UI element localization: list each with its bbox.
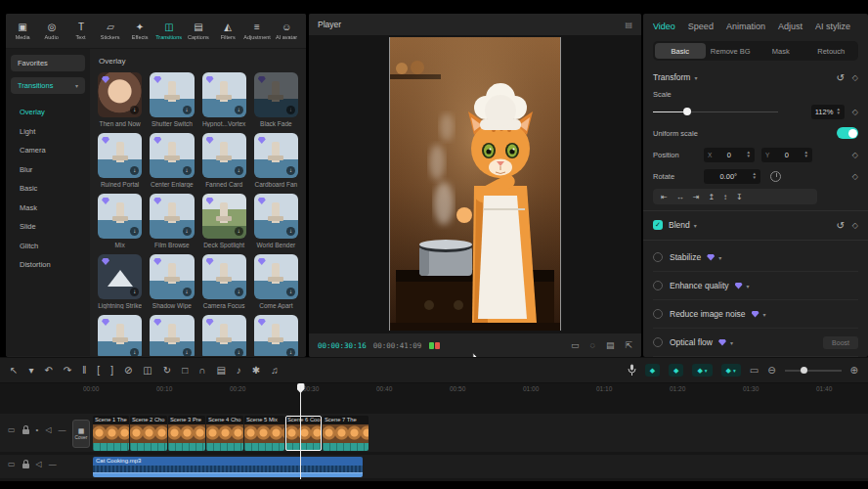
transition-tile[interactable]: ↓ Fanned Card: [202, 133, 246, 188]
focus-preview-icon[interactable]: ◌: [590, 340, 595, 350]
timeline-clip[interactable]: Scene 5 Mix: [244, 416, 284, 451]
keyframe-toggle-1[interactable]: ◆: [645, 364, 660, 377]
transition-tile[interactable]: ↓ Center Enlarge: [150, 133, 194, 188]
download-icon[interactable]: ↓: [235, 227, 243, 236]
transition-tile[interactable]: ↓ Shutter Switch: [150, 72, 194, 127]
track-option-icon[interactable]: •: [36, 425, 39, 434]
download-icon[interactable]: ↓: [235, 106, 243, 114]
audio-clip[interactable]: Cat Cooking.mp3: [93, 457, 363, 477]
inspector-subtab[interactable]: Retouch: [806, 43, 857, 59]
zoom-in-icon[interactable]: ⊕: [850, 365, 858, 376]
boost-button[interactable]: Boost: [823, 336, 858, 349]
stepper-arrows-icon[interactable]: ▲▼: [753, 172, 757, 180]
download-icon[interactable]: ↓: [286, 227, 295, 236]
undo-icon[interactable]: ↶: [44, 365, 52, 377]
chevron-down-icon[interactable]: ▾: [763, 311, 766, 318]
ratio-icon[interactable]: ▤: [606, 340, 615, 350]
download-icon[interactable]: ↓: [130, 106, 139, 114]
mirror-icon[interactable]: ◫: [143, 365, 152, 377]
rotate-stepper[interactable]: 0.00° ▲▼: [704, 169, 760, 184]
download-icon[interactable]: ↓: [286, 166, 295, 175]
select-tool-icon[interactable]: ↖: [10, 365, 18, 377]
inspector-subtab[interactable]: Mask: [756, 43, 806, 59]
align-icon[interactable]: ⇥: [693, 193, 700, 201]
sidebar-category-item[interactable]: Blur: [11, 160, 85, 180]
track-mute-icon[interactable]: ◁: [36, 460, 42, 468]
align-icon[interactable]: ↧: [736, 193, 743, 201]
transition-tile[interactable]: ↓ Then and Now: [98, 72, 142, 127]
rotate-icon[interactable]: ↻: [163, 365, 171, 377]
timeline-clip[interactable]: Scene 1 The: [93, 416, 129, 451]
transition-tile[interactable]: ↓ Deck Spotlight: [202, 194, 246, 248]
blend-checkbox[interactable]: ✓: [653, 220, 663, 230]
mute-icon[interactable]: ♪: [237, 365, 241, 377]
align-icon[interactable]: ↔: [676, 193, 684, 201]
cover-button[interactable]: ▦ Cover: [72, 420, 90, 448]
transitions-group-button[interactable]: Transitions ▾: [11, 77, 85, 94]
sidebar-category-item[interactable]: Overlay: [11, 103, 85, 122]
chevron-down-icon[interactable]: ▾: [747, 283, 750, 289]
scale-stepper[interactable]: 112% ▲▼: [811, 105, 845, 119]
media-toolbar-item[interactable]: ◭ Filters: [213, 22, 242, 40]
crop-icon[interactable]: □: [182, 365, 188, 377]
track-mute-icon[interactable]: ◁: [45, 425, 51, 434]
download-icon[interactable]: ↓: [286, 288, 295, 296]
timeline-clip[interactable]: Scene 6 Coo: [285, 416, 322, 451]
section-checkbox[interactable]: [653, 252, 663, 262]
timeline-clip[interactable]: Scene 4 Cho: [206, 416, 243, 451]
sidebar-category-item[interactable]: Slide: [11, 217, 85, 237]
section-checkbox[interactable]: [653, 337, 663, 347]
align-icon[interactable]: ↥: [708, 193, 715, 201]
download-icon[interactable]: ↓: [183, 166, 192, 175]
scale-slider[interactable]: [653, 107, 778, 116]
media-toolbar-item[interactable]: T Text: [66, 22, 96, 40]
zoom-out-icon[interactable]: ⊖: [767, 365, 775, 376]
transition-tile[interactable]: ↓ Mix: [98, 194, 142, 248]
media-toolbar-item[interactable]: ▱ Stickers: [96, 22, 125, 40]
keyframe-icon[interactable]: ◇: [852, 73, 858, 82]
rotate-dial-icon[interactable]: [770, 171, 781, 182]
keyframe-toggle-4[interactable]: ◆▾: [721, 364, 741, 377]
reset-icon[interactable]: ↺: [836, 72, 844, 83]
freeze-frame-icon[interactable]: ✱: [252, 365, 260, 377]
track-lock-icon[interactable]: [22, 464, 29, 468]
transition-tile[interactable]: ↓: [202, 315, 246, 356]
timeline-zoom-slider[interactable]: [785, 366, 842, 376]
transition-tile[interactable]: ↓ Lightning Strike: [98, 254, 142, 309]
microphone-icon[interactable]: [628, 364, 636, 377]
download-icon[interactable]: ↓: [183, 227, 192, 236]
preview-canvas[interactable]: [309, 35, 641, 333]
timeline-clip[interactable]: Scene 7 The: [323, 416, 369, 451]
media-toolbar-item[interactable]: ▤ Captions: [184, 22, 213, 40]
transition-tile[interactable]: ↓ Film Browse: [150, 194, 194, 248]
timeline-clip[interactable]: Scene 2 Cho: [130, 416, 167, 451]
transition-tile[interactable]: ↓ Ruined Portal: [98, 133, 142, 188]
track-visibility-icon[interactable]: ▭: [8, 425, 16, 434]
magnetic-snap-icon[interactable]: ∩: [198, 365, 205, 377]
timeline-ruler[interactable]: 00:0000:1000:2000:3000:4000:5001:0001:10…: [83, 385, 868, 395]
inspector-subtab[interactable]: Remove BG: [706, 43, 757, 59]
keyframe-icon[interactable]: ◇: [852, 151, 858, 159]
transition-tile[interactable]: ↓ Come Apart: [254, 254, 298, 309]
chevron-down-icon[interactable]: ▾: [694, 222, 697, 229]
track-collapse-icon[interactable]: —: [59, 425, 66, 434]
chevron-down-icon[interactable]: ▾: [718, 254, 721, 261]
transition-tile[interactable]: ↓ World Bender: [254, 194, 298, 248]
media-toolbar-item[interactable]: ▣ Media: [8, 22, 37, 40]
stepper-arrows-icon[interactable]: ▲▼: [804, 151, 808, 158]
download-icon[interactable]: ↓: [235, 288, 243, 296]
sidebar-category-item[interactable]: Glitch: [11, 237, 85, 256]
track-visibility-icon[interactable]: ▭: [8, 460, 16, 468]
download-icon[interactable]: ↓: [183, 348, 192, 356]
preview-screen-icon[interactable]: ▭: [750, 365, 759, 376]
keyframe-icon[interactable]: ◇: [852, 221, 858, 230]
section-checkbox[interactable]: [653, 309, 663, 319]
keyframe-icon[interactable]: ◇: [852, 172, 858, 181]
download-icon[interactable]: ↓: [130, 348, 139, 356]
media-toolbar-item[interactable]: ≡ Adjustment: [242, 22, 272, 40]
transition-tile[interactable]: ↓: [150, 315, 194, 356]
download-icon[interactable]: ↓: [183, 288, 192, 296]
sidebar-category-item[interactable]: Basic: [11, 179, 85, 199]
transition-tile[interactable]: ↓ Shadow Wipe: [150, 254, 194, 309]
fullscreen-icon[interactable]: ⇱: [625, 340, 632, 350]
